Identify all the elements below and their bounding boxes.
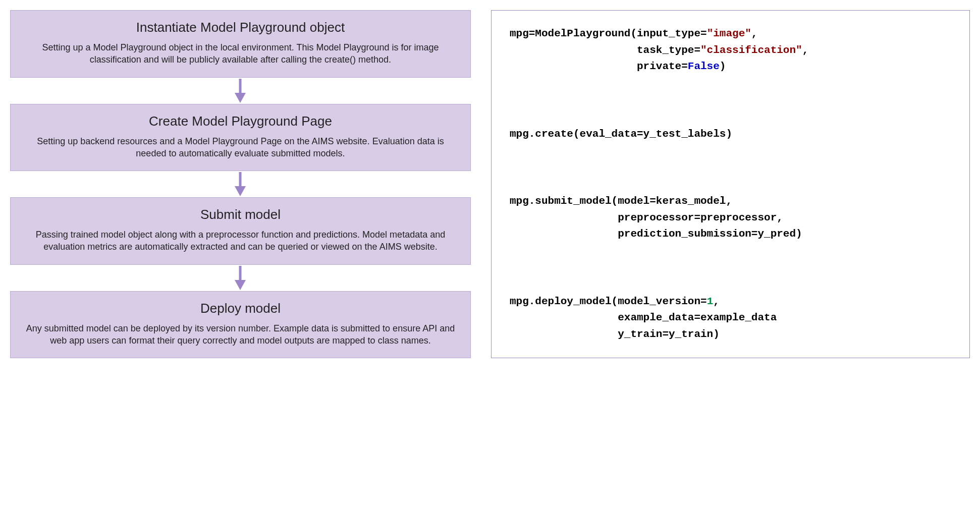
step-box-submit: Submit model Passing trained model objec… xyxy=(10,197,471,265)
arrow-down-icon xyxy=(10,265,471,291)
code-text: , xyxy=(713,296,720,307)
code-text: mpg.submit_model(model=keras_model, xyxy=(510,195,732,207)
step-title: Submit model xyxy=(25,207,456,222)
code-text: task_type= xyxy=(510,44,700,56)
step-title: Instantiate Model Playground object xyxy=(25,20,456,35)
step-description: Setting up a Model Playground object in … xyxy=(25,41,456,66)
arrow-down-icon xyxy=(10,78,471,104)
step-box-deploy: Deploy model Any submitted model can be … xyxy=(10,291,471,359)
arrow-down-icon xyxy=(10,171,471,197)
code-text: mpg.create(eval_data=y_test_labels) xyxy=(510,128,732,140)
code-block-create: mpg.create(eval_data=y_test_labels) xyxy=(510,126,951,143)
code-text: example_data=example_data xyxy=(510,312,777,323)
code-text: y_train=y_train) xyxy=(510,328,720,340)
step-title: Create Model Playground Page xyxy=(25,113,456,129)
step-description: Any submitted model can be deployed by i… xyxy=(25,322,456,347)
code-string-literal: "image" xyxy=(707,28,751,39)
code-text: mpg.deploy_model(model_version= xyxy=(510,296,707,307)
svg-marker-1 xyxy=(235,93,246,103)
code-text: preprocessor=preprocessor, xyxy=(510,212,783,223)
workflow-steps-column: Instantiate Model Playground object Sett… xyxy=(10,10,471,358)
code-string-literal: "classification" xyxy=(700,44,802,56)
svg-marker-5 xyxy=(235,280,246,290)
code-block-submit: mpg.submit_model(model=keras_model, prep… xyxy=(510,193,951,243)
step-description: Passing trained model object along with … xyxy=(25,229,456,253)
code-number-literal: 1 xyxy=(707,296,714,307)
code-text: prediction_submission=y_pred) xyxy=(510,228,802,240)
step-box-create: Create Model Playground Page Setting up … xyxy=(10,104,471,172)
code-text: mpg=ModelPlayground(input_type= xyxy=(510,28,707,39)
step-box-instantiate: Instantiate Model Playground object Sett… xyxy=(10,10,471,78)
code-text: , xyxy=(802,44,809,56)
code-keyword: False xyxy=(688,61,720,72)
svg-marker-3 xyxy=(235,186,246,196)
code-panel: mpg=ModelPlayground(input_type="image", … xyxy=(491,10,970,358)
code-text: ) xyxy=(720,61,726,72)
code-text: , xyxy=(751,28,758,39)
code-text: private= xyxy=(510,61,688,72)
code-block-instantiate: mpg=ModelPlayground(input_type="image", … xyxy=(510,26,951,75)
step-description: Setting up backend resources and a Model… xyxy=(25,135,456,160)
step-title: Deploy model xyxy=(25,301,456,316)
code-block-deploy: mpg.deploy_model(model_version=1, exampl… xyxy=(510,294,951,343)
